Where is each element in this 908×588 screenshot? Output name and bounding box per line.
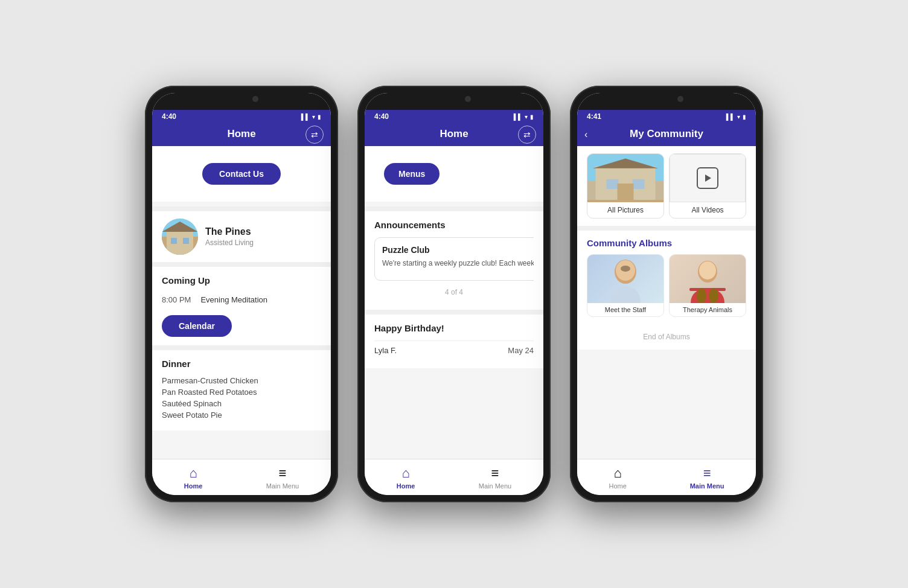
status-time-2: 4:40 xyxy=(374,112,389,121)
dinner-item-1: Pan Roasted Red Potatoes xyxy=(162,388,321,397)
nav-menu-2[interactable]: ≡ Main Menu xyxy=(469,463,521,492)
event-name-0: Evening Meditation xyxy=(200,295,267,304)
nav-home-1[interactable]: ⌂ Home xyxy=(174,463,213,492)
dinner-item-3: Sweet Potato Pie xyxy=(162,411,321,420)
notch-2 xyxy=(424,93,484,105)
contact-us-button[interactable]: Contact Us xyxy=(202,163,281,185)
community-albums-section: Community Albums Meet the Staff xyxy=(577,231,756,324)
notch-3 xyxy=(636,93,697,105)
end-of-albums: End of Albums xyxy=(577,324,756,350)
app-header-1: Home ⇄ xyxy=(152,123,331,146)
coming-up-section: Coming Up 8:00 PM Evening Meditation Cal… xyxy=(152,267,331,345)
birthday-name-0: Lyla F. xyxy=(374,346,397,355)
battery-icon-2: ▮ xyxy=(530,113,534,120)
all-videos-label: All Videos xyxy=(670,202,746,218)
facility-name: The Pines xyxy=(205,226,254,237)
header-title-2: Home xyxy=(440,128,468,140)
svg-marker-13 xyxy=(705,174,711,182)
svg-rect-4 xyxy=(183,238,189,244)
bottom-nav-1: ⌂ Home ≡ Main Menu xyxy=(152,459,331,495)
camera-1 xyxy=(252,96,258,102)
all-pictures-card[interactable]: All Pictures xyxy=(587,153,664,219)
divider-5 xyxy=(365,310,543,315)
calendar-button[interactable]: Calendar xyxy=(162,315,232,337)
birthday-date-0: May 24 xyxy=(508,346,534,355)
nav-menu-label-1: Main Menu xyxy=(266,482,299,490)
all-videos-thumb xyxy=(670,154,746,202)
announce-text-0: We're starting a weekly puzzle club! Eac… xyxy=(382,258,534,269)
announce-title-0: Puzzle Club xyxy=(382,245,534,255)
divider-3 xyxy=(152,345,331,350)
page-indicator: 4 of 4 xyxy=(374,283,534,301)
animals-thumb xyxy=(670,255,746,303)
dinner-section: Dinner Parmesan-Crusted Chicken Pan Roas… xyxy=(152,350,331,430)
battery-icon: ▮ xyxy=(318,113,321,120)
phone-1: 4:40 ▌▌ ▾ ▮ Home ⇄ Contact Us xyxy=(145,86,338,502)
nav-menu-label-2: Main Menu xyxy=(479,482,511,490)
event-time-0: 8:00 PM xyxy=(162,295,191,304)
bottom-nav-3: ⌂ Home ≡ Main Menu xyxy=(577,459,756,495)
album-staff[interactable]: Meet the Staff xyxy=(587,254,664,317)
nav-menu-3[interactable]: ≡ Main Menu xyxy=(680,463,734,492)
switch-icon-2: ⇄ xyxy=(523,130,531,139)
svg-point-20 xyxy=(697,289,706,303)
app-header-2: Home ⇄ xyxy=(365,123,543,146)
facility-info: The Pines Assisted Living xyxy=(205,226,254,247)
album-grid: Meet the Staff xyxy=(587,254,746,317)
switch-button-2[interactable]: ⇄ xyxy=(518,126,536,144)
status-icons-3: ▌▌ ▾ ▮ xyxy=(726,113,746,120)
bottom-nav-2: ⌂ Home ≡ Main Menu xyxy=(365,459,543,495)
nav-home-2[interactable]: ⌂ Home xyxy=(387,463,425,492)
coming-up-heading: Coming Up xyxy=(162,275,321,286)
divider-6 xyxy=(577,226,756,231)
phone-content-3: All Pictures All Videos Community Album xyxy=(577,146,756,459)
switch-icon-1: ⇄ xyxy=(311,130,318,139)
signal-icon-2: ▌▌ xyxy=(514,113,522,120)
svg-point-21 xyxy=(709,289,718,303)
staff-thumb xyxy=(587,255,663,303)
menus-button[interactable]: Menus xyxy=(384,163,440,185)
all-pictures-thumb xyxy=(587,154,663,202)
notch-bar-3 xyxy=(577,93,756,110)
status-time-1: 4:40 xyxy=(162,112,176,121)
wifi-icon-2: ▾ xyxy=(525,113,528,120)
home-icon-3: ⌂ xyxy=(613,465,621,481)
album-animals[interactable]: Therapy Animals xyxy=(669,254,746,317)
all-videos-card[interactable]: All Videos xyxy=(669,153,746,219)
svg-rect-3 xyxy=(171,238,177,244)
nav-menu-1[interactable]: ≡ Main Menu xyxy=(257,463,309,492)
header-title-3: My Community xyxy=(630,128,703,140)
menu-icon-2: ≡ xyxy=(491,465,499,481)
svg-rect-11 xyxy=(633,179,645,189)
contact-us-section: Contact Us xyxy=(152,146,331,202)
birthday-row-0: Lyla F. May 24 xyxy=(374,340,534,360)
dinner-item-0: Parmesan-Crusted Chicken xyxy=(162,376,321,385)
nav-home-3[interactable]: ⌂ Home xyxy=(599,463,636,492)
announce-cards: Puzzle Club We're starting a weekly puzz… xyxy=(374,237,534,283)
facility-avatar xyxy=(162,219,198,255)
divider-2 xyxy=(152,262,331,267)
menu-icon-3: ≡ xyxy=(703,465,711,481)
play-icon xyxy=(697,167,718,189)
signal-icon-3: ▌▌ xyxy=(726,113,735,120)
status-bar-3: 4:41 ▌▌ ▾ ▮ xyxy=(577,110,756,123)
announce-card-0[interactable]: Puzzle Club We're starting a weekly puzz… xyxy=(374,237,534,281)
camera-3 xyxy=(677,96,683,102)
notch-bar-2 xyxy=(365,93,543,110)
header-title-1: Home xyxy=(227,128,255,140)
home-icon-2: ⌂ xyxy=(401,465,409,481)
animals-label: Therapy Animals xyxy=(670,303,746,316)
back-button-3[interactable]: ‹ xyxy=(584,129,587,140)
event-row-0: 8:00 PM Evening Meditation xyxy=(162,293,321,307)
wifi-icon-3: ▾ xyxy=(737,113,740,120)
notch-1 xyxy=(211,93,272,105)
battery-icon-3: ▮ xyxy=(743,113,746,120)
home-icon-1: ⌂ xyxy=(189,465,197,481)
status-bar-1: 4:40 ▌▌ ▾ ▮ xyxy=(152,110,331,123)
dinner-item-2: Sautéed Spinach xyxy=(162,399,321,408)
svg-point-16 xyxy=(621,266,630,272)
facility-subtitle: Assisted Living xyxy=(205,238,254,247)
switch-button-1[interactable]: ⇄ xyxy=(305,126,324,144)
menu-icon-1: ≡ xyxy=(279,465,287,481)
announcements-section: Announcements Puzzle Club We're starting… xyxy=(365,211,543,310)
